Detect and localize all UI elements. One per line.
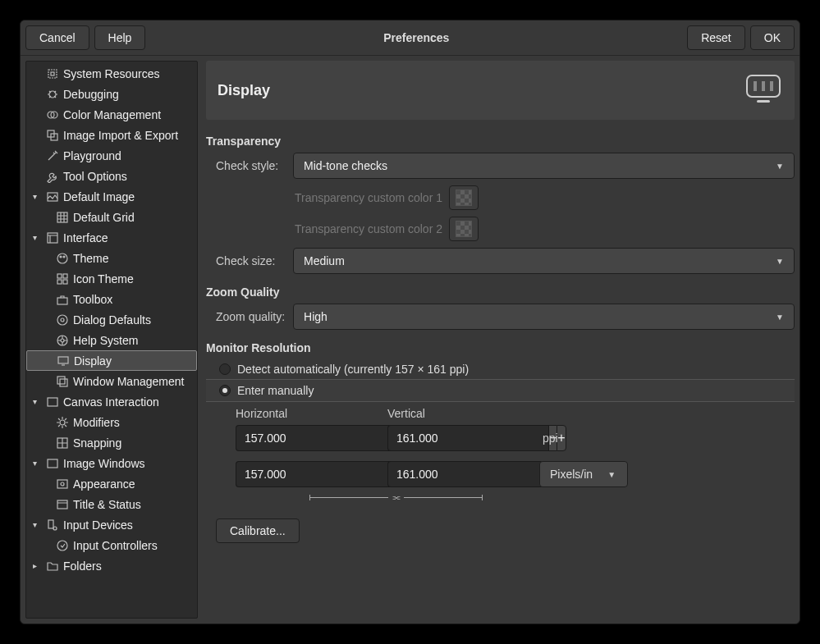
tree-item-default-grid[interactable]: Default Grid (26, 207, 197, 227)
expander-open-icon[interactable]: ▾ (30, 397, 39, 407)
tree-item-theme[interactable]: Theme (26, 248, 197, 268)
expander-open-icon[interactable]: ▾ (30, 233, 39, 243)
tree-item-system-resources[interactable]: System Resources (26, 63, 197, 84)
tree-item-color-management[interactable]: Color Management (26, 104, 197, 125)
titlebar: Cancel Help Preferences Reset OK (21, 21, 799, 56)
tree-label: Color Management (63, 108, 161, 121)
check-size-dropdown[interactable]: Medium ▼ (293, 248, 795, 274)
tree-item-image-windows[interactable]: ▾Image Windows (26, 453, 197, 473)
tree-item-help-system[interactable]: Help System (26, 330, 197, 350)
tree-item-canvas-interaction[interactable]: ▾Canvas Interaction (26, 391, 197, 412)
tree-item-image-import-export[interactable]: Image Import & Export (26, 125, 197, 145)
transparency-heading: Transparency (206, 135, 795, 148)
tree-item-input-controllers[interactable]: Input Controllers (26, 535, 197, 555)
svg-point-19 (61, 318, 64, 322)
grid-icon (56, 211, 69, 224)
preferences-tree[interactable]: System ResourcesDebuggingColor Managemen… (25, 61, 198, 619)
horizontal-res-input-2[interactable] (236, 461, 396, 487)
reset-button[interactable]: Reset (687, 25, 745, 50)
image-icon (46, 190, 59, 203)
chevron-down-icon: ▼ (776, 162, 784, 171)
svg-rect-0 (48, 70, 57, 78)
toolbox-icon (56, 293, 69, 306)
svg-point-34 (57, 541, 67, 550)
enter-manually-label: Enter manually (237, 384, 314, 397)
tree-item-icon-theme[interactable]: Icon Theme (26, 268, 197, 289)
tree-label: Input Devices (63, 518, 133, 532)
tree-label: Canvas Interaction (63, 395, 159, 409)
overlap-icon (46, 108, 59, 121)
svg-rect-22 (58, 357, 68, 363)
horizontal-res-input[interactable] (236, 425, 396, 451)
ui-icon (46, 231, 59, 244)
tree-item-dialog-defaults[interactable]: Dialog Defaults (26, 309, 197, 330)
check-style-dropdown[interactable]: Mid-tone checks ▼ (293, 153, 795, 179)
radio-icon (219, 363, 231, 375)
zoom-quality-dropdown[interactable]: High ▼ (293, 304, 795, 330)
custom-color-2-label: Transparency custom color 2 (295, 222, 442, 235)
link-indicator[interactable]: ⫘ (236, 492, 556, 502)
calibrate-button[interactable]: Calibrate... (216, 518, 300, 543)
unit-ppi-label: ppi (543, 432, 558, 445)
expander-open-icon[interactable]: ▾ (30, 459, 39, 468)
detect-auto-label: Detect automatically (currently 157 × 16… (237, 363, 469, 376)
ring-icon (56, 313, 69, 327)
page-title: Display (218, 82, 744, 99)
svg-rect-28 (48, 459, 57, 468)
palette-icon (56, 252, 69, 265)
vertical-res-input[interactable] (387, 425, 548, 451)
tree-item-title-status[interactable]: Title & Status (26, 494, 197, 514)
expander-open-icon[interactable]: ▾ (30, 520, 39, 530)
tree-label: Appearance (73, 477, 135, 491)
expander-none (30, 89, 39, 99)
tree-item-toolbox[interactable]: Toolbox (26, 289, 197, 309)
svg-point-10 (57, 253, 67, 263)
check-style-value: Mid-tone checks (304, 159, 776, 172)
tree-item-debugging[interactable]: Debugging (26, 84, 197, 104)
tree-item-folders[interactable]: ▸Folders (26, 555, 197, 576)
life-icon (56, 334, 69, 347)
svg-rect-16 (63, 280, 67, 284)
cancel-button[interactable]: Cancel (25, 25, 89, 50)
chain-icon: ⫘ (392, 492, 401, 502)
expander-closed-icon[interactable]: ▸ (30, 561, 39, 571)
detect-auto-radio-row[interactable]: Detect automatically (currently 157 × 16… (206, 359, 795, 379)
tree-item-playground[interactable]: Playground (26, 145, 197, 166)
svg-rect-23 (57, 377, 65, 384)
resolution-columns: Horizontal Vertical (236, 407, 795, 420)
tree-item-display[interactable]: Display (26, 350, 197, 371)
tree-item-default-image[interactable]: ▾Default Image (26, 186, 197, 207)
vertical-res-spinbox: − + (387, 425, 531, 451)
increment-button[interactable]: + (557, 425, 566, 451)
help-button[interactable]: Help (94, 25, 146, 50)
enter-manually-radio-row[interactable]: Enter manually (206, 379, 795, 402)
ok-button[interactable]: OK (750, 25, 795, 50)
radio-icon (219, 385, 231, 396)
custom-color-2-button[interactable] (449, 217, 479, 241)
preferences-page: Display Transparency Check style: Mid-t (206, 61, 795, 619)
ctrl-icon (56, 539, 69, 552)
tree-item-appearance[interactable]: Appearance (26, 473, 197, 494)
custom-color-1-button[interactable] (449, 185, 479, 210)
tree-label: Folders (63, 560, 102, 573)
svg-point-33 (53, 527, 57, 530)
tree-item-input-devices[interactable]: ▾Input Devices (26, 514, 197, 535)
unit-dropdown[interactable]: Pixels/in ▼ (539, 461, 628, 487)
bug-icon (46, 88, 59, 101)
resolution-row-1: − + − + ppi (236, 425, 795, 451)
tree-item-interface[interactable]: ▾Interface (26, 227, 197, 248)
tree-label: Debugging (63, 88, 119, 101)
tree-label: Tool Options (63, 170, 127, 183)
expander-open-icon[interactable]: ▾ (30, 192, 39, 202)
tree-item-window-management[interactable]: Window Management (26, 371, 197, 391)
tree-item-modifiers[interactable]: Modifiers (26, 412, 197, 432)
svg-rect-8 (57, 212, 67, 222)
canvas-icon (46, 457, 59, 470)
tree-label: Title & Status (73, 498, 141, 511)
check-style-label: Check style: (206, 159, 285, 172)
dialog-title: Preferences (150, 31, 682, 44)
tree-item-snapping[interactable]: Snapping (26, 432, 197, 453)
snap-icon (56, 436, 69, 450)
tree-item-tool-options[interactable]: Tool Options (26, 166, 197, 186)
vertical-res-input-2[interactable] (387, 461, 548, 487)
